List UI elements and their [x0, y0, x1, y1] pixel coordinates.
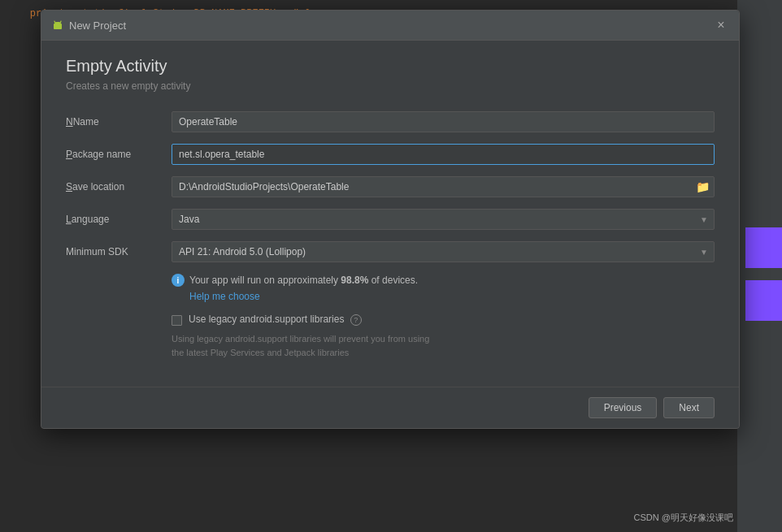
- save-location-field: 📁: [172, 176, 715, 197]
- section-title: Empty Activity: [66, 57, 715, 76]
- minimum-sdk-label: Minimum SDK: [66, 246, 172, 257]
- name-input[interactable]: [172, 111, 715, 132]
- dialog-title-left: New Project: [51, 19, 126, 32]
- previous-button[interactable]: Previous: [589, 397, 658, 418]
- watermark: CSDN @明天好像没课吧: [634, 512, 733, 524]
- info-block: i Your app will run on approximately 98.…: [172, 274, 715, 302]
- svg-rect-1: [55, 22, 60, 24]
- name-row: NName: [66, 111, 715, 132]
- dialog-titlebar: New Project ×: [41, 11, 739, 41]
- save-location-input[interactable]: [172, 176, 715, 197]
- name-field: [172, 111, 715, 132]
- device-support-text: Your app will run on approximately 98.8%…: [189, 275, 418, 286]
- dialog-title: New Project: [69, 19, 126, 32]
- section-subtitle: Creates a new empty activity: [66, 80, 715, 92]
- minimum-sdk-field: API 21: Android 5.0 (Lollipop) API 16: A…: [172, 241, 715, 262]
- minimum-sdk-select[interactable]: API 21: Android 5.0 (Lollipop) API 16: A…: [172, 241, 715, 262]
- device-support-line: i Your app will run on approximately 98.…: [172, 274, 715, 287]
- dialog-footer: Previous Next: [41, 387, 739, 428]
- legacy-support-row: Use legacy android.support libraries ?: [172, 314, 715, 326]
- next-button[interactable]: Next: [663, 397, 715, 418]
- package-row: Package name: [66, 144, 715, 165]
- minimum-sdk-row: Minimum SDK API 21: Android 5.0 (Lollipo…: [66, 241, 715, 262]
- purple-rect-1: [745, 227, 782, 268]
- new-project-dialog: New Project × Empty Activity Creates a n…: [41, 10, 740, 429]
- language-row: Language Java Kotlin ▼: [66, 209, 715, 230]
- dialog-body: Empty Activity Creates a new empty activ…: [41, 41, 739, 387]
- purple-rect-2: [745, 280, 782, 321]
- language-label: Language: [66, 214, 172, 225]
- legacy-support-description: Using legacy android.support libraries w…: [172, 332, 715, 359]
- package-field: [172, 144, 715, 165]
- save-location-row: Save location 📁: [66, 176, 715, 197]
- legacy-help-icon[interactable]: ?: [350, 314, 362, 326]
- help-me-choose-link[interactable]: Help me choose: [189, 291, 260, 302]
- name-label: NName: [66, 116, 172, 128]
- android-icon: [51, 19, 64, 32]
- package-label: Package name: [66, 149, 172, 160]
- language-field: Java Kotlin ▼: [172, 209, 715, 230]
- info-icon: i: [172, 274, 185, 287]
- close-button[interactable]: ×: [713, 17, 729, 33]
- save-location-label: Save location: [66, 181, 172, 192]
- svg-line-3: [60, 21, 61, 24]
- package-input[interactable]: [172, 144, 715, 165]
- legacy-support-label: Use legacy android.support libraries ?: [189, 314, 362, 326]
- svg-rect-0: [54, 24, 62, 29]
- legacy-support-checkbox[interactable]: [172, 315, 182, 326]
- folder-icon[interactable]: 📁: [696, 180, 710, 193]
- svg-line-2: [54, 21, 55, 24]
- language-select[interactable]: Java Kotlin: [172, 209, 715, 230]
